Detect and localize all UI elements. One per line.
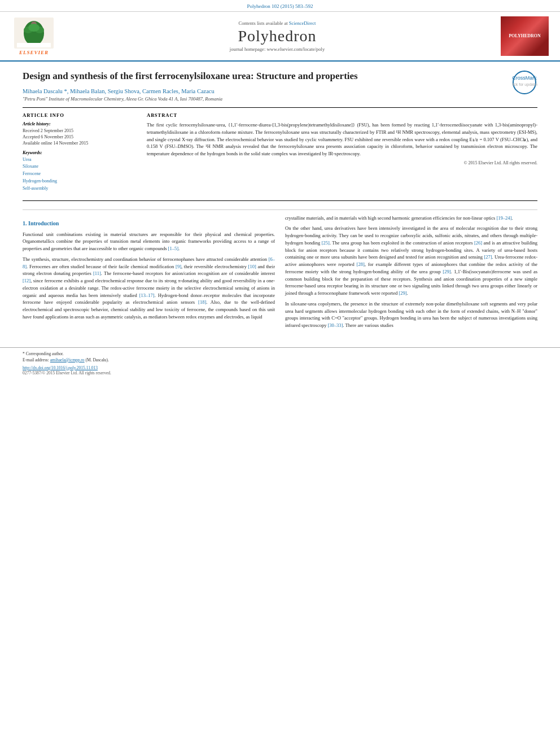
section-divider <box>23 209 537 210</box>
ref-29a[interactable]: [29] <box>443 269 450 274</box>
science-direct-link[interactable]: ScienceDirect <box>289 20 316 26</box>
ref-27[interactable]: [27] <box>484 254 492 260</box>
body-left-col: 1. Introduction Functional unit combinat… <box>23 215 275 333</box>
polyhedron-cover-image: POLYHEDRON <box>501 16 549 56</box>
science-direct-line: Contents lists available at ScienceDirec… <box>62 20 492 26</box>
intro-heading: 1. Introduction <box>23 219 275 228</box>
author-email[interactable]: amihaela@icmpp.ro <box>50 357 85 362</box>
journal-reference-bar: Polyhedron 102 (2015) 583–592 <box>0 0 560 12</box>
email-line: E-mail address: amihaela@icmpp.ro (M. Da… <box>23 357 537 362</box>
ref-9[interactable]: [9] <box>176 264 181 269</box>
keyword-urea[interactable]: Urea <box>23 156 135 164</box>
doi-link[interactable]: http://dx.doi.org/10.1016/j.poly.2015.11… <box>23 365 98 370</box>
issn-line: 0277-5387/© 2015 Elsevier Ltd. All right… <box>23 370 111 375</box>
right-para1: crystalline materials, and in materials … <box>285 215 537 222</box>
abstract-text: The first cyclic ferrocenylsiloxane-urea… <box>147 121 537 158</box>
ref-26[interactable]: [26] <box>474 240 482 246</box>
keywords-title: Keywords: <box>23 150 135 155</box>
ref-1-5[interactable]: [1–5] <box>168 246 178 251</box>
journal-header: ELSEVIER Contents lists available at Sci… <box>0 12 560 62</box>
online-date: Available online 14 November 2015 <box>23 140 135 146</box>
ref-25[interactable]: [25] <box>322 240 330 246</box>
ref-28[interactable]: [28] <box>357 261 365 267</box>
keywords-list: Urea Siloxane Ferrocene Hydrogen-bonding… <box>23 156 135 193</box>
article-history-section: Article history: Received 2 September 20… <box>23 121 135 147</box>
keyword-hydrogen-bonding[interactable]: Hydrogen-bonding <box>23 178 135 185</box>
ref-18[interactable]: [18] <box>198 299 206 305</box>
article-title: Design and synthesis of the first ferroc… <box>23 70 537 82</box>
keywords-section: Keywords: Urea Siloxane Ferrocene Hydrog… <box>23 150 135 193</box>
article-history-title: Article history: <box>23 121 135 126</box>
elsevier-wordmark: ELSEVIER <box>19 50 49 55</box>
crossmark-icon[interactable]: CrossMark click for updates <box>512 70 537 95</box>
received-date: Received 2 September 2015 <box>23 128 135 134</box>
abstract-heading: ABSTRACT <box>147 112 537 118</box>
svg-point-6 <box>28 24 40 32</box>
intro-para2: The synthesis, structure, electrochemist… <box>23 256 275 321</box>
ref-19-24[interactable]: [19–24] <box>496 215 511 221</box>
ref-11[interactable]: [11] <box>93 270 101 276</box>
article-info-heading: ARTICLE INFO <box>23 112 135 118</box>
ref-10[interactable]: [10] <box>248 264 256 269</box>
right-para3: In siloxane-urea copolymers, the presenc… <box>285 300 537 329</box>
svg-text:click for updates: click for updates <box>512 82 537 87</box>
elsevier-logo-block: ELSEVIER <box>11 18 56 55</box>
info-abstract-section: ARTICLE INFO Article history: Received 2… <box>23 107 537 201</box>
keyword-ferrocene[interactable]: Ferrocene <box>23 171 135 178</box>
bottom-bar: http://dx.doi.org/10.1016/j.poly.2015.11… <box>0 364 560 377</box>
intro-para1: Functional unit combinations existing in… <box>23 231 275 252</box>
journal-homepage: journal homepage: www.elsevier.com/locat… <box>62 46 492 52</box>
journal-title: Polyhedron <box>62 27 492 45</box>
article-content: Design and synthesis of the first ferroc… <box>0 62 560 344</box>
right-para2: On the other hand, urea derivatives have… <box>285 225 537 297</box>
copyright-line: © 2015 Elsevier Ltd. All rights reserved… <box>147 160 537 165</box>
footer-area: * Corresponding author. E-mail address: … <box>0 347 560 362</box>
interacting-text: interacting <box>300 315 320 321</box>
body-two-col: 1. Introduction Functional unit combinat… <box>23 215 537 333</box>
ref-30-33[interactable]: [30–33] <box>328 322 343 328</box>
keyword-self-assembly[interactable]: Self-assembly <box>23 185 135 193</box>
keyword-siloxane[interactable]: Siloxane <box>23 163 135 171</box>
accepted-date: Accepted 6 November 2015 <box>23 134 135 140</box>
article-info-column: ARTICLE INFO Article history: Received 2… <box>23 112 135 196</box>
authors-line: Mihaela Dascalu *, Mihaela Balan, Sergiu… <box>23 88 537 94</box>
elsevier-tree-icon <box>14 18 54 49</box>
ref-12[interactable]: [12] <box>23 278 30 283</box>
svg-rect-7 <box>17 43 51 47</box>
polyhedron-cover-text: POLYHEDRON <box>509 33 541 39</box>
ref-29b[interactable]: [29] <box>399 290 406 296</box>
ref-6-8[interactable]: [6–8] <box>23 256 275 269</box>
abstract-column: ABSTRACT The first cyclic ferrocenylsilo… <box>147 112 537 196</box>
title-row: Design and synthesis of the first ferroc… <box>23 70 537 82</box>
ref-13-17[interactable]: [13–17] <box>139 292 155 298</box>
affiliation: "Petru Poni" Institute of Macromolecular… <box>23 96 537 102</box>
journal-center-block: Contents lists available at ScienceDirec… <box>62 20 492 52</box>
journal-reference: Polyhedron 102 (2015) 583–592 <box>247 3 313 9</box>
journal-right-block: POLYHEDRON <box>498 16 549 56</box>
corresponding-author-note: * Corresponding author. <box>23 351 537 356</box>
body-right-col: crystalline materials, and in materials … <box>285 215 537 333</box>
svg-text:CrossMark: CrossMark <box>512 75 537 81</box>
author-names: Mihaela Dascalu *, Mihaela Balan, Sergiu… <box>23 88 215 94</box>
